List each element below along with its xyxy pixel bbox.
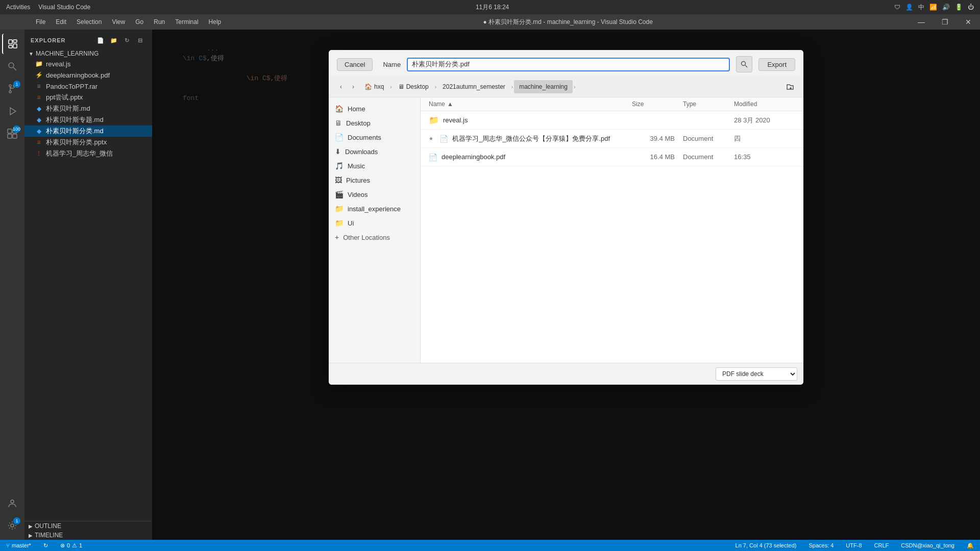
spaces-item[interactable]: Spaces: 4 [806, 540, 836, 551]
source-control-activity-icon[interactable]: 1 [2, 79, 22, 99]
encoding-item[interactable]: UTF-8 [844, 540, 864, 551]
refresh-icon[interactable]: ↻ [121, 35, 133, 46]
sidebar-item-label: Videos [348, 191, 368, 198]
sidebar-item-desktop[interactable]: 🖥 Desktop [329, 116, 420, 130]
settings-activity-icon[interactable]: 1 [2, 515, 22, 536]
desktop-breadcrumb-icon: 🖥 [398, 83, 404, 90]
vscode-label[interactable]: Visual Studio Code [38, 4, 90, 11]
home-icon: 🏠 [335, 105, 344, 113]
new-folder-button[interactable] [783, 80, 797, 94]
activities-label[interactable]: Activities [6, 4, 30, 11]
menu-selection[interactable]: Selection [71, 16, 107, 28]
sidebar-item-downloads[interactable]: ⬇ Downloads [329, 144, 420, 159]
file-size: 39.4 MB [632, 135, 683, 142]
file-modified: 28 3月 2020 [734, 116, 795, 125]
dialog-sidebar: 🏠 Home 🖥 Desktop 📄 Documents ⬇ [329, 97, 421, 363]
list-item[interactable]: ≡ 朴素贝叶斯分类.pptx [24, 137, 152, 148]
menu-edit[interactable]: Edit [51, 16, 71, 28]
sidebar-item-pictures[interactable]: 🖼 Pictures [329, 173, 420, 187]
sync-item[interactable]: ↻ [41, 540, 50, 551]
breadcrumb-separator: › [390, 84, 391, 90]
outline-section[interactable]: ▶ OUTLINE [24, 521, 152, 531]
breadcrumb-forward-button[interactable]: › [347, 81, 359, 93]
ppt-icon: ≡ [35, 93, 43, 102]
account-activity-icon[interactable] [2, 493, 22, 513]
menu-view[interactable]: View [107, 16, 130, 28]
git-branch-item[interactable]: ⑂ master* [4, 540, 33, 551]
language-item[interactable]: CSDN@xiao_qi_tong [899, 540, 957, 551]
line-ending-item[interactable]: CRLF [872, 540, 891, 551]
outline-label: OUTLINE [35, 522, 61, 530]
music-icon: 🎵 [335, 162, 344, 170]
chevron-down-icon: ▼ [29, 51, 34, 57]
svg-point-4 [9, 63, 14, 68]
list-item[interactable]: ! 机器学习_周志华_微信 [24, 148, 152, 159]
list-item[interactable]: ◆ 朴素贝叶斯.md [24, 103, 152, 114]
sidebar-item-label: Desktop [346, 119, 371, 127]
collapse-icon[interactable]: ⊟ [135, 35, 146, 46]
list-item[interactable]: ≡ ppt尝试.pptx [24, 92, 152, 103]
list-item[interactable]: 📁 reveal.js [24, 58, 152, 69]
file-name-label: 机器学习_周志华_微信公众号【分享猿】免费分享.pdf [452, 134, 610, 143]
debug-activity-icon[interactable] [2, 101, 22, 121]
breadcrumb-home[interactable]: 🏠hxq [359, 80, 389, 93]
minimize-button[interactable]: — [910, 14, 933, 30]
file-type-selector[interactable]: PDF slide deck [716, 367, 797, 381]
timeline-section[interactable]: ▶ TIMELINE [24, 531, 152, 540]
breadcrumb-separator: › [574, 84, 575, 90]
sidebar-item-music[interactable]: 🎵 Music [329, 159, 420, 173]
language-indicator[interactable]: 中 [918, 3, 924, 12]
list-item[interactable]: ⚡ deeplearningbook.pdf [24, 69, 152, 81]
sidebar-item-documents[interactable]: 📄 Documents [329, 130, 420, 144]
sidebar: EXPLORER 📄 📁 ↻ ⊟ ▼ MACHINE_LEARNING 📁 re… [24, 30, 152, 540]
explorer-activity-icon[interactable] [2, 34, 22, 54]
modified-column-header[interactable]: Modified [734, 101, 795, 108]
sidebar-item-videos[interactable]: 🎬 Videos [329, 187, 420, 202]
sidebar-item-install-experience[interactable]: 📁 install_experience [329, 202, 420, 216]
sidebar-item-ui[interactable]: 📁 Ui [329, 216, 420, 230]
dialog-header: Cancel Name Export [329, 50, 803, 77]
menu-terminal[interactable]: Terminal [170, 16, 203, 28]
breadcrumb-back-button[interactable]: ‹ [335, 81, 347, 93]
file-type: Document [683, 153, 734, 161]
svg-point-15 [11, 524, 14, 527]
breadcrumb-separator: › [511, 84, 513, 90]
sidebar-item-other-locations[interactable]: + Other Locations [329, 230, 420, 244]
breadcrumb-desktop[interactable]: 🖥Desktop [393, 80, 434, 93]
type-column-header[interactable]: Type [683, 101, 734, 108]
search-button[interactable] [736, 56, 752, 72]
menu-run[interactable]: Run [149, 16, 170, 28]
line-ending-label: CRLF [874, 542, 889, 548]
list-item[interactable]: ◆ 朴素贝叶斯专题.md [24, 114, 152, 126]
name-column-header[interactable]: Name ▲ [429, 101, 632, 108]
extensions-activity-icon[interactable]: 100 [2, 123, 22, 144]
sidebar-item-home[interactable]: 🏠 Home [329, 102, 420, 116]
maximize-button[interactable]: ❐ [933, 14, 957, 30]
filename-input[interactable] [407, 58, 730, 71]
close-button[interactable]: ✕ [957, 14, 980, 30]
table-row[interactable]: 📄 deeplearningbook.pdf 16.4 MB Document … [421, 148, 803, 166]
list-item[interactable]: ≡ PandocToPPT.rar [24, 81, 152, 92]
table-row[interactable]: 📁 reveal.js 28 3月 2020 [421, 111, 803, 130]
add-icon: + [335, 233, 339, 241]
cursor-position-item[interactable]: Ln 7, Col 4 (73 selected) [733, 540, 799, 551]
breadcrumb-machine-learning[interactable]: machine_learning [514, 80, 573, 93]
menu-go[interactable]: Go [130, 16, 149, 28]
list-item[interactable]: ◆ 朴素贝叶斯分类.md [24, 126, 152, 137]
menu-help[interactable]: Help [204, 16, 227, 28]
table-row[interactable]: ★ 📄 机器学习_周志华_微信公众号【分享猿】免费分享.pdf 39.4 MB … [421, 130, 803, 148]
errors-warnings-item[interactable]: ⊗ 0 ⚠ 1 [58, 540, 84, 551]
breadcrumb-semester[interactable]: 2021autumn_semester [437, 80, 510, 93]
cancel-button[interactable]: Cancel [337, 58, 373, 71]
size-column-header[interactable]: Size [632, 101, 683, 108]
export-button[interactable]: Export [758, 58, 795, 71]
notification-icon-item[interactable]: 🔔 [965, 540, 976, 551]
new-file-icon[interactable]: 📄 [95, 35, 106, 46]
folder-icon: 📁 [429, 115, 439, 125]
timeline-label: TIMELINE [35, 532, 63, 539]
machine-learning-section[interactable]: ▼ MACHINE_LEARNING [24, 49, 152, 58]
menu-file[interactable]: File [31, 16, 51, 28]
new-folder-icon[interactable]: 📁 [108, 35, 119, 46]
sidebar-item-label: Downloads [345, 148, 378, 156]
search-activity-icon[interactable] [2, 56, 22, 77]
